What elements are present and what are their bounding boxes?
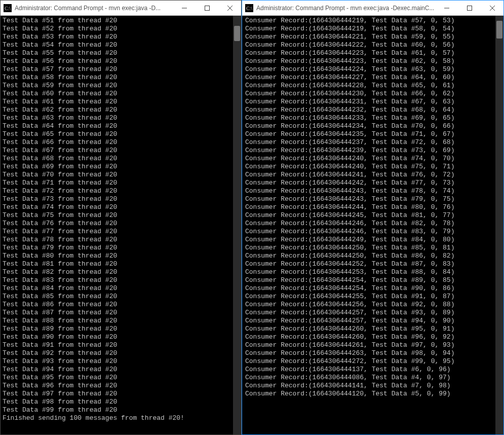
console-line: Test Data #87 from thread #20 [3,309,239,317]
console-line: Consumer Record:(1664306444223, Test Dat… [244,57,501,65]
console-line: Test Data #63 from thread #20 [3,114,239,122]
svg-rect-9 [467,6,472,10]
console-line: Test Data #56 from thread #20 [3,57,239,65]
minimize-button[interactable] [435,1,458,15]
console-line: Test Data #65 from thread #20 [3,130,239,138]
console-line: Test Data #55 from thread #20 [3,49,239,57]
console-line: Consumer Record:(1664306444254, Test Dat… [244,284,501,293]
console-line: Consumer Record:(1664306444246, Test Dat… [244,220,501,228]
console-line: Test Data #57 from thread #20 [3,65,239,74]
scroll-thumb[interactable] [234,26,240,41]
titlebar[interactable]: C:\ Administrator: Command Prompt - mvn … [1,1,241,16]
console-line: Test Data #59 from thread #20 [3,82,239,90]
console-line: Consumer Record:(1664306444120, Test Dat… [244,390,501,398]
console-line: Consumer Record:(1664306444261, Test Dat… [244,341,501,349]
console-line: Test Data #68 from thread #20 [3,155,239,163]
console-line: Consumer Record:(1664306444231, Test Dat… [244,98,501,106]
console-line: Consumer Record:(1664306444242, Test Dat… [244,179,501,187]
console-line: Consumer Record:(1664306444219, Test Dat… [244,25,501,33]
titlebar[interactable]: C:\ Administrator: Command Prompt - mvn … [242,1,503,16]
console-line: Test Data #75 from thread #20 [3,211,239,220]
console-line: Test Data #93 from thread #20 [3,357,239,366]
close-button[interactable] [218,1,241,15]
console-line: Test Data #95 from thread #20 [3,374,239,382]
close-button[interactable] [481,1,503,15]
console-line: Consumer Record:(1664306444222, Test Dat… [244,41,501,49]
console-line: Test Data #70 from thread #20 [3,171,239,179]
console-line: Test Data #86 from thread #20 [3,301,239,309]
console-line: Consumer Record:(1664306444240, Test Dat… [244,163,501,171]
console-line: Consumer Record:(1664306444243, Test Dat… [244,195,501,203]
console-line: Consumer Record:(1664306444223, Test Dat… [244,49,501,57]
console-line: Test Data #82 from thread #20 [3,268,239,276]
console-line: Test Data #72 from thread #20 [3,187,239,195]
console-line: Consumer Record:(1664306444230, Test Dat… [244,90,501,98]
console-line: Test Data #60 from thread #20 [3,90,239,98]
console-line: Test Data #76 from thread #20 [3,220,239,228]
console-line: Test Data #89 from thread #20 [3,325,239,333]
console-line: Test Data #97 from thread #20 [3,390,239,398]
console-line: Consumer Record:(1664306444232, Test Dat… [244,106,501,114]
console-line: Test Data #71 from thread #20 [3,179,239,187]
console-line: Consumer Record:(1664306444240, Test Dat… [244,155,501,163]
console-line: Test Data #96 from thread #20 [3,382,239,390]
console-line: Consumer Record:(1664306444249, Test Dat… [244,236,501,244]
console-line: Test Data #67 from thread #20 [3,147,239,155]
scroll-thumb[interactable] [496,21,502,39]
console-line: Test Data #54 from thread #20 [3,41,239,49]
console-line: Test Data #98 from thread #20 [3,398,239,406]
console-line: Test Data #64 from thread #20 [3,122,239,130]
cmd-window-consumer: C:\ Administrator: Command Prompt - mvn … [242,0,504,435]
console-line: Consumer Record:(1664306444239, Test Dat… [244,147,501,155]
console-line: Test Data #83 from thread #20 [3,276,239,284]
console-line: Consumer Record:(1664306444255, Test Dat… [244,293,501,301]
console-line: Test Data #73 from thread #20 [3,195,239,203]
console-line: Finished sending 100 messages from threa… [3,414,239,422]
console-line: Test Data #91 from thread #20 [3,341,239,349]
console-line: Consumer Record:(1664306444252, Test Dat… [244,260,501,268]
console-line: Test Data #69 from thread #20 [3,163,239,171]
desktop: C:\ Administrator: Command Prompt - mvn … [0,0,504,435]
svg-text:C:\: C:\ [5,6,11,11]
cmd-window-producer: C:\ Administrator: Command Prompt - mvn … [0,0,242,435]
console-line: Consumer Record:(1664306444260, Test Dat… [244,325,501,333]
console-line: Consumer Record:(1664306444256, Test Dat… [244,301,501,309]
console-line: Test Data #51 from thread #20 [3,17,239,25]
console-line: Test Data #88 from thread #20 [3,317,239,325]
console-line: Test Data #52 from thread #20 [3,25,239,33]
console-line: Test Data #79 from thread #20 [3,244,239,252]
maximize-button[interactable] [458,1,481,15]
console-line: Test Data #53 from thread #20 [3,33,239,41]
console-line: Consumer Record:(1664306444250, Test Dat… [244,244,501,252]
console-line: Consumer Record:(1664306444237, Test Dat… [244,138,501,147]
console-line: Test Data #58 from thread #20 [3,74,239,82]
console-line: Test Data #77 from thread #20 [3,228,239,236]
maximize-button[interactable] [196,1,218,15]
console-line: Consumer Record:(1664306444219, Test Dat… [244,17,501,25]
console-line: Consumer Record:(1664306444233, Test Dat… [244,114,501,122]
console-line: Consumer Record:(1664306444257, Test Dat… [244,317,501,325]
console-output[interactable]: Test Data #51 from thread #20Test Data #… [1,16,241,434]
console-line: Consumer Record:(1664306444234, Test Dat… [244,122,501,130]
console-line: Consumer Record:(1664306444141, Test Dat… [244,382,501,390]
scrollbar[interactable] [233,16,241,434]
console-line: Test Data #84 from thread #20 [3,284,239,293]
console-line: Consumer Record:(1664306444228, Test Dat… [244,82,501,90]
console-line: Consumer Record:(1664306444227, Test Dat… [244,74,501,82]
console-line: Consumer Record:(1664306444250, Test Dat… [244,252,501,260]
console-line: Test Data #92 from thread #20 [3,349,239,357]
cmd-icon: C:\ [4,4,12,12]
console-line: Consumer Record:(1664306444245, Test Dat… [244,211,501,220]
console-line: Consumer Record:(1664306444241, Test Dat… [244,171,501,179]
console-line: Test Data #94 from thread #20 [3,366,239,374]
console-line: Consumer Record:(1664306444244, Test Dat… [244,203,501,211]
scrollbar[interactable] [495,16,503,434]
console-output[interactable]: Consumer Record:(1664306444219, Test Dat… [242,16,503,434]
cmd-icon: C:\ [245,4,253,12]
console-line: Consumer Record:(1664306444137, Test Dat… [244,366,501,374]
console-line: Consumer Record:(1664306444246, Test Dat… [244,228,501,236]
minimize-button[interactable] [173,1,196,15]
svg-rect-3 [205,6,209,10]
console-line: Consumer Record:(1664306444235, Test Dat… [244,130,501,138]
console-line: Test Data #99 from thread #20 [3,406,239,414]
